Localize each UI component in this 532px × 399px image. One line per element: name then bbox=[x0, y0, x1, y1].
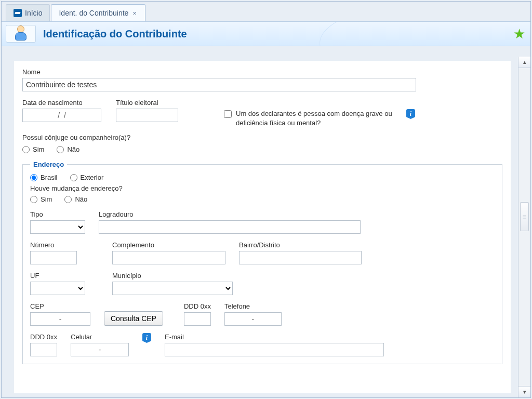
uf-label: UF bbox=[30, 272, 85, 280]
doenca-text: Um dos declarantes é pessoa com doença g… bbox=[236, 109, 402, 127]
info-icon[interactable]: i bbox=[142, 333, 151, 343]
complemento-label: Complemento bbox=[112, 241, 225, 249]
tab-ident-contribuinte[interactable]: Ident. do Contribuinte × bbox=[51, 4, 145, 21]
nascimento-label: Data de nascimento bbox=[22, 99, 101, 107]
cep-input[interactable] bbox=[30, 312, 90, 326]
ddd-telefone-input[interactable] bbox=[184, 312, 211, 326]
endereco-fieldset: Endereço Brasil Exterior Houve mudança d… bbox=[22, 161, 502, 364]
tab-label: Início bbox=[25, 9, 42, 17]
telefone-label: Telefone bbox=[224, 302, 282, 310]
loc-exterior-radio[interactable]: Exterior bbox=[70, 174, 104, 181]
consulta-cep-button[interactable]: Consulta CEP bbox=[104, 311, 163, 326]
page-title: Identificação do Contribuinte bbox=[40, 22, 508, 46]
scrollbar[interactable]: ▴ ▾ bbox=[518, 57, 530, 397]
close-icon[interactable]: × bbox=[131, 9, 138, 17]
tipo-select[interactable] bbox=[30, 220, 85, 234]
scroll-down-button[interactable]: ▾ bbox=[518, 386, 530, 397]
mudanca-nao-radio[interactable]: Não bbox=[64, 195, 87, 203]
bairro-label: Bairro/Distrito bbox=[239, 241, 362, 249]
logradouro-input[interactable] bbox=[99, 220, 361, 234]
titulo-input[interactable] bbox=[116, 109, 178, 122]
favorite-star-icon[interactable]: ★ bbox=[508, 22, 530, 46]
cep-label: CEP bbox=[30, 302, 90, 310]
complemento-input[interactable] bbox=[112, 251, 225, 264]
tab-label: Ident. do Contribuinte bbox=[59, 9, 128, 17]
nome-input[interactable] bbox=[22, 78, 416, 91]
scroll-up-button[interactable]: ▴ bbox=[518, 57, 530, 68]
tab-bar: Início Ident. do Contribuinte × bbox=[2, 2, 530, 21]
email-input[interactable] bbox=[165, 343, 384, 356]
conjuge-sim-radio[interactable]: Sim bbox=[22, 145, 44, 153]
tipo-label: Tipo bbox=[30, 210, 85, 218]
conjuge-nao-radio[interactable]: Não bbox=[57, 145, 79, 153]
titulo-label: Título eleitoral bbox=[116, 99, 178, 107]
celular-input[interactable] bbox=[71, 343, 129, 356]
page-header: Identificação do Contribuinte ★ bbox=[2, 21, 530, 46]
conjuge-question: Possui cônjuge ou companheiro(a)? bbox=[22, 134, 502, 141]
mudanca-sim-radio[interactable]: Sim bbox=[30, 195, 52, 203]
email-label: E-mail bbox=[165, 333, 384, 341]
mudanca-question: Houve mudança de endereço? bbox=[30, 184, 495, 192]
person-icon bbox=[14, 25, 28, 42]
nascimento-input[interactable] bbox=[22, 109, 101, 122]
ddd-telefone-label: DDD 0xx bbox=[184, 302, 211, 310]
scroll-thumb[interactable] bbox=[520, 202, 529, 231]
telefone-input[interactable] bbox=[224, 312, 282, 326]
ddd-celular-input[interactable] bbox=[30, 343, 57, 356]
home-icon bbox=[14, 9, 22, 17]
tab-inicio[interactable]: Início bbox=[6, 4, 50, 21]
municipio-select[interactable] bbox=[112, 282, 233, 295]
municipio-label: Município bbox=[112, 272, 233, 280]
logradouro-label: Logradouro bbox=[99, 210, 361, 218]
avatar-box bbox=[6, 25, 36, 43]
numero-label: Número bbox=[30, 241, 77, 249]
ddd-celular-label: DDD 0xx bbox=[30, 333, 57, 341]
doenca-checkbox[interactable] bbox=[224, 110, 232, 118]
loc-brasil-radio[interactable]: Brasil bbox=[30, 174, 58, 181]
celular-label: Celular bbox=[71, 333, 129, 341]
uf-select[interactable] bbox=[30, 282, 85, 295]
form-panel: Nome Data de nascimento Título eleitoral… bbox=[14, 61, 511, 393]
info-icon[interactable]: i bbox=[406, 109, 415, 119]
numero-input[interactable] bbox=[30, 251, 77, 264]
endereco-legend: Endereço bbox=[30, 161, 67, 168]
bairro-input[interactable] bbox=[239, 251, 362, 264]
nome-label: Nome bbox=[22, 68, 502, 76]
